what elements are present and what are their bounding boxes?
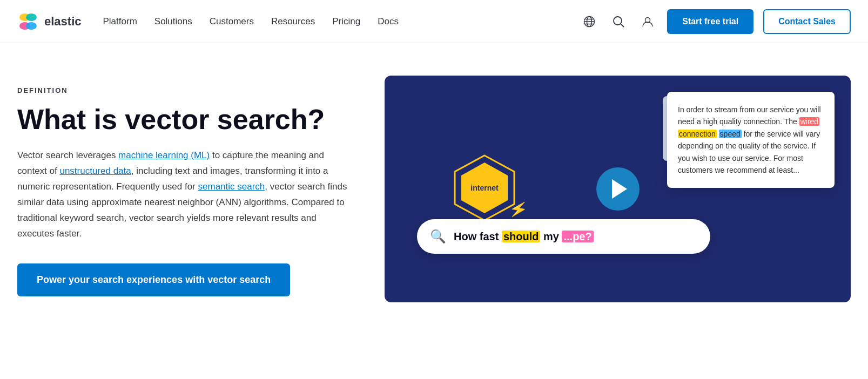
nav-links: Platform Solutions Customers Resources P… [103, 16, 580, 27]
logo-text: elastic [44, 15, 82, 29]
hex-label: internet [470, 184, 499, 192]
svg-point-11 [645, 17, 650, 22]
start-trial-button[interactable]: Start free trial [667, 9, 753, 34]
svg-point-9 [614, 17, 622, 25]
play-button[interactable] [596, 167, 640, 211]
svg-point-1 [26, 13, 37, 21]
nav-docs[interactable]: Docs [378, 16, 399, 26]
doc-highlight-red: wired [799, 117, 819, 126]
contact-sales-button[interactable]: Contact Sales [763, 9, 851, 34]
left-panel: DEFINITION What is vector search? Vector… [17, 76, 352, 296]
right-panel: In order to stream from our service you … [385, 76, 851, 302]
search-icon-button[interactable] [609, 12, 628, 31]
definition-label: DEFINITION [17, 86, 352, 94]
doc-card: In order to stream from our service you … [667, 92, 835, 188]
unstructured-data-link[interactable]: unstructured data [59, 166, 131, 176]
search-text-2: my [540, 231, 562, 242]
main-content: DEFINITION What is vector search? Vector… [0, 43, 868, 335]
globe-icon [583, 16, 595, 28]
globe-icon-button[interactable] [580, 12, 599, 31]
play-triangle-icon [612, 179, 627, 199]
user-icon [642, 16, 654, 28]
doc-highlight-yellow: connection [678, 130, 717, 138]
search-highlight-should: should [502, 231, 541, 242]
search-bar-viz: 🔍 How fast should my ...pe? [417, 219, 710, 254]
doc-highlight-blue: speed [719, 130, 742, 138]
nav-platform[interactable]: Platform [103, 16, 137, 26]
nav-resources[interactable]: Resources [271, 16, 315, 26]
main-heading: What is vector search? [17, 104, 352, 135]
nav-actions: Start free trial Contact Sales [580, 9, 851, 34]
search-text-1: How fast [454, 231, 502, 242]
logo-link[interactable]: elastic [17, 11, 82, 32]
desc-text-1: Vector search leverages [17, 150, 118, 160]
nav-customers[interactable]: Customers [210, 16, 254, 26]
lightning-icon: ⚡ [507, 199, 529, 220]
description: Vector search leverages machine learning… [17, 148, 352, 241]
nav-pricing[interactable]: Pricing [332, 16, 360, 26]
search-highlight-speed: ...pe? [562, 231, 593, 242]
nav-solutions[interactable]: Solutions [154, 16, 192, 26]
svg-point-3 [26, 22, 37, 30]
svg-line-10 [621, 24, 624, 26]
ml-link[interactable]: machine learning (ML) [118, 150, 210, 160]
user-icon-button[interactable] [638, 12, 657, 31]
search-bar-text: How fast should my ...pe? [454, 231, 594, 243]
search-icon [613, 16, 624, 28]
semantic-search-link[interactable]: semantic search [198, 181, 265, 192]
search-q-icon: 🔍 [430, 229, 446, 244]
cta-button[interactable]: Power your search experiences with vecto… [17, 263, 290, 296]
elastic-logo-icon [17, 11, 39, 32]
navbar: elastic Platform Solutions Customers Res… [0, 0, 868, 43]
